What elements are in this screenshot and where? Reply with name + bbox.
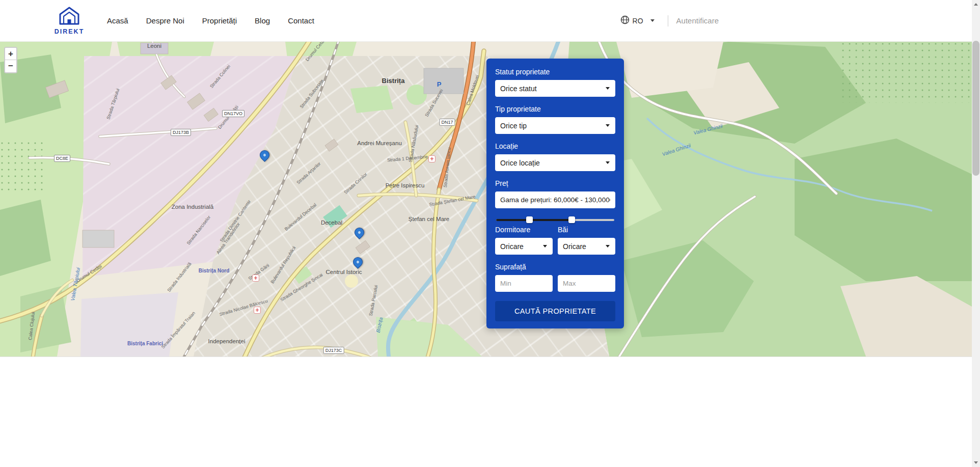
price-slider: [496, 216, 614, 224]
brand-name: DIREKT: [55, 28, 85, 35]
chevron-down-icon: [650, 19, 655, 22]
location-label: Locație: [495, 142, 615, 150]
brand-logo[interactable]: DIREKT: [55, 6, 84, 35]
main-nav: Acasă Despre Noi Proprietăți Blog Contac…: [107, 16, 314, 25]
scrollbar-up-button[interactable]: [972, 0, 980, 9]
nav-item-blog[interactable]: Blog: [255, 16, 270, 25]
bathrooms-select[interactable]: Oricare: [558, 238, 615, 255]
nav-item-acasa[interactable]: Acasă: [107, 16, 128, 25]
scrollbar-down-button[interactable]: [972, 458, 980, 467]
nav-item-despre-noi[interactable]: Despre Noi: [146, 16, 184, 25]
zoom-out-button[interactable]: −: [5, 60, 16, 72]
area-max-input[interactable]: [558, 275, 615, 292]
bathrooms-col: Băi Oricare: [558, 225, 615, 255]
type-label: Tip proprietate: [495, 105, 615, 113]
login-link[interactable]: Autentificare: [676, 16, 719, 25]
search-property-button[interactable]: CAUTĂ PROPRIETATE: [495, 301, 615, 321]
map-canvas[interactable]: [0, 42, 972, 356]
status-label: Statut proprietate: [495, 68, 615, 76]
globe-icon: [620, 15, 630, 26]
navbar: DIREKT Acasă Despre Noi Proprietăți Blog…: [0, 0, 972, 42]
property-filter-panel: Statut proprietate Orice statut Tip prop…: [486, 59, 624, 328]
status-select[interactable]: Orice statut: [495, 80, 615, 97]
area-min-input[interactable]: [495, 275, 553, 292]
bedrooms-label: Dormitoare: [495, 226, 553, 234]
property-pin-marker[interactable]: [354, 227, 365, 242]
language-code: RO: [633, 17, 643, 25]
area-label: Suprafață: [495, 263, 615, 271]
price-slider-fill: [496, 219, 571, 221]
bedrooms-select[interactable]: Oricare: [495, 238, 553, 255]
beds-baths-row: Dormitoare Oricare Băi Oricare: [495, 225, 615, 255]
map[interactable]: LeoniBistrițaZona IndustrialăAndrei Mure…: [0, 42, 972, 356]
bedrooms-col: Dormitoare Oricare: [495, 225, 553, 255]
property-pin-marker[interactable]: [259, 149, 270, 164]
type-select-wrap: Orice tip: [495, 117, 615, 134]
price-slider-handle-low[interactable]: [526, 216, 533, 223]
house-logo-icon: [56, 6, 83, 28]
type-select[interactable]: Orice tip: [495, 117, 615, 134]
scrollbar-thumb[interactable]: [972, 41, 979, 176]
content-below-map: [0, 356, 972, 467]
location-select[interactable]: Orice locație: [495, 154, 615, 171]
navbar-right: RO Autentificare: [620, 15, 719, 26]
page: DIREKT Acasă Despre Noi Proprietăți Blog…: [0, 0, 980, 467]
price-slider-handle-high[interactable]: [568, 216, 575, 223]
area-row: [495, 275, 615, 292]
nav-item-contact[interactable]: Contact: [288, 16, 314, 25]
location-select-wrap: Orice locație: [495, 154, 615, 171]
price-label: Preț: [495, 179, 615, 187]
language-selector[interactable]: RO: [620, 15, 655, 26]
map-zoom-control: + −: [4, 47, 17, 73]
bathrooms-label: Băi: [558, 226, 615, 234]
property-pin-marker[interactable]: [352, 256, 364, 271]
price-range-display[interactable]: [495, 191, 615, 208]
status-select-wrap: Orice statut: [495, 80, 615, 97]
header-divider: [668, 15, 668, 26]
nav-item-proprietati[interactable]: Proprietăți: [202, 16, 237, 25]
page-scrollbar[interactable]: [972, 0, 980, 467]
zoom-in-button[interactable]: +: [5, 48, 16, 60]
